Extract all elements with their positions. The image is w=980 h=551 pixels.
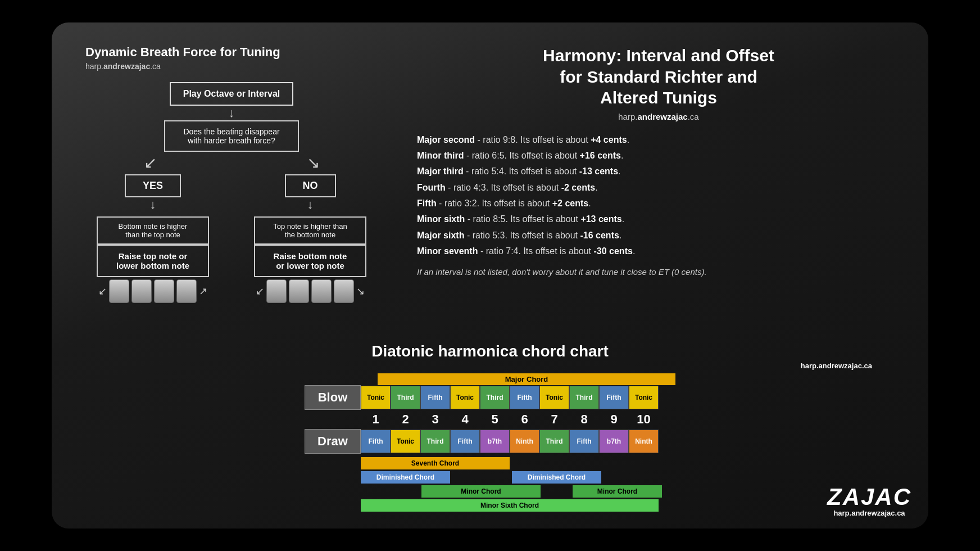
main-container: Dynamic Breath Force for Tuning harp.and… bbox=[52, 22, 928, 529]
minor-sixth-row: Minor Sixth Chord bbox=[361, 499, 675, 512]
harp-key-1 bbox=[109, 279, 129, 303]
harp-key-5 bbox=[266, 279, 287, 303]
num-8: 8 bbox=[569, 410, 599, 429]
yes-branch: ↙ YES ↓ Bottom note is higherthan the to… bbox=[97, 152, 209, 303]
right-url-end: .ca bbox=[688, 112, 699, 121]
num-4: 4 bbox=[450, 410, 480, 429]
right-url-bold: andrewzajac bbox=[637, 112, 687, 121]
draw-cell-1: Fifth bbox=[361, 430, 391, 453]
seventh-chord-row: Seventh Chord bbox=[361, 457, 675, 469]
no-label: NO bbox=[285, 174, 336, 197]
minor-chord-bar-2: Minor Chord bbox=[573, 485, 662, 498]
blow-cell-6: Fifth bbox=[510, 386, 539, 409]
harp-key-8 bbox=[334, 279, 354, 303]
yes-result: Bottom note is higherthan the top note bbox=[97, 216, 209, 245]
chord-table-wrapper: Major Chord Blow Tonic Third Fifth Tonic… bbox=[305, 373, 675, 512]
blow-cell-10: Tonic bbox=[629, 386, 659, 409]
cc-url-bold: andrewzajac bbox=[819, 362, 862, 370]
yes-harp-arrow-right: ↗ bbox=[199, 285, 207, 297]
interval-minor-seventh: Minor seventh - ratio 7:4. Its offset is… bbox=[417, 245, 900, 258]
no-down-arrow: ↓ bbox=[307, 197, 314, 212]
no-branch: ↘ NO ↓ Top note is higher thanthe bottom… bbox=[254, 152, 366, 303]
left-title: Dynamic Breath Force for Tuning bbox=[74, 45, 280, 60]
harp-key-6 bbox=[289, 279, 309, 303]
yes-harp-arrow-left: ↙ bbox=[98, 285, 107, 297]
draw-cell-3: Third bbox=[420, 430, 450, 453]
interval-minor-sixth: Minor sixth - ratio 8:5. Its offset is a… bbox=[417, 213, 900, 225]
harp-key-3 bbox=[154, 279, 174, 303]
chord-bars: Seventh Chord Diminished Chord Diminishe… bbox=[361, 457, 675, 512]
minor-sixth-chord-bar: Minor Sixth Chord bbox=[361, 499, 659, 512]
draw-label: Draw bbox=[305, 429, 361, 454]
bottom-section: Diatonic harmonica chord chart harp.andr… bbox=[74, 342, 906, 512]
right-panel: Harmony: Interval and Offsetfor Standard… bbox=[400, 39, 906, 333]
no-result: Top note is higher thanthe bottom note bbox=[254, 216, 366, 245]
cc-url-normal: harp. bbox=[801, 362, 819, 370]
blow-label: Blow bbox=[305, 385, 361, 410]
draw-cell-2: Tonic bbox=[391, 430, 420, 453]
draw-cell-7: Third bbox=[539, 430, 569, 453]
right-title: Harmony: Interval and Offsetfor Standard… bbox=[411, 45, 906, 109]
no-arrow: ↘ bbox=[307, 152, 320, 174]
blow-row: Blow Tonic Third Fifth Tonic Third Fifth… bbox=[305, 385, 675, 410]
top-section: Dynamic Breath Force for Tuning harp.and… bbox=[74, 39, 906, 333]
blow-cell-4: Tonic bbox=[450, 386, 480, 409]
no-harmonica: ↙ ↘ bbox=[254, 279, 366, 303]
left-subtitle: harp.andrewzajac.ca bbox=[74, 62, 161, 71]
start-box: Play Octave or Interval bbox=[170, 82, 293, 106]
blow-cell-1: Tonic bbox=[361, 386, 391, 409]
draw-cell-8: Fifth bbox=[569, 430, 599, 453]
diminished-chord-bar-2: Diminished Chord bbox=[512, 471, 601, 484]
spacer-2 bbox=[361, 485, 420, 498]
right-subtitle: harp.andrewzajac.ca bbox=[411, 112, 906, 121]
zajac-url: harp.andrewzajac.ca bbox=[827, 509, 911, 517]
blow-cell-9: Fifth bbox=[599, 386, 629, 409]
harp-key-4 bbox=[176, 279, 197, 303]
yes-harmonica: ↙ ↗ bbox=[97, 279, 209, 303]
harp-key-2 bbox=[131, 279, 152, 303]
blow-cell-8: Third bbox=[569, 386, 599, 409]
chord-chart-title: Diatonic harmonica chord chart bbox=[74, 342, 906, 360]
num-6: 6 bbox=[510, 410, 539, 429]
cc-url-end: .ca bbox=[862, 362, 872, 370]
num-5: 5 bbox=[480, 410, 510, 429]
interval-fourth: Fourth - ratio 4:3. Its offset is about … bbox=[417, 182, 900, 194]
zajac-url-bold: andrewzajac bbox=[851, 509, 895, 517]
diminished-chord-bar-1: Diminished Chord bbox=[361, 471, 450, 484]
spacer-1 bbox=[451, 471, 511, 484]
num-9: 9 bbox=[599, 410, 629, 429]
num-10: 10 bbox=[629, 410, 659, 429]
num-2: 2 bbox=[391, 410, 420, 429]
no-harp-arrow-left: ↙ bbox=[256, 285, 264, 297]
yes-down-arrow: ↓ bbox=[150, 197, 156, 212]
draw-cell-6: Ninth bbox=[510, 430, 539, 453]
right-url-normal: harp. bbox=[618, 112, 637, 121]
zajac-text: ZAJAC bbox=[827, 485, 911, 509]
num-3: 3 bbox=[420, 410, 450, 429]
arrow-down-1: ↓ bbox=[229, 106, 235, 120]
blow-cell-7: Tonic bbox=[539, 386, 569, 409]
draw-cell-9: b7th bbox=[599, 430, 629, 453]
minor-chord-bar-1: Minor Chord bbox=[421, 485, 541, 498]
question-box: Does the beating disappear with harder b… bbox=[164, 120, 299, 152]
draw-row: Draw Fifth Tonic Third Fifth b7th Ninth … bbox=[305, 429, 675, 454]
flowchart: Play Octave or Interval ↓ Does the beati… bbox=[74, 82, 389, 303]
yes-arrow: ↙ bbox=[144, 152, 157, 174]
interval-minor-third: Minor third - ratio 6:5. Its offset is a… bbox=[417, 150, 900, 162]
spacer-3 bbox=[542, 485, 571, 498]
seventh-chord-bar: Seventh Chord bbox=[361, 457, 510, 469]
num-1: 1 bbox=[361, 410, 391, 429]
blow-cell-3: Fifth bbox=[420, 386, 450, 409]
interval-list: Major second - ratio 9:8. Its offset is … bbox=[411, 134, 906, 258]
zajac-url-normal: harp. bbox=[833, 509, 851, 517]
italic-note: If an interval is not listed, don't worr… bbox=[411, 266, 906, 279]
no-harp-arrow-right: ↘ bbox=[356, 285, 365, 297]
zajac-url-end: .ca bbox=[895, 509, 905, 517]
draw-cell-10: Ninth bbox=[629, 430, 659, 453]
diminished-row: Diminished Chord Diminished Chord bbox=[361, 471, 675, 484]
minor-chord-row: Minor Chord Minor Chord bbox=[361, 485, 675, 498]
interval-fifth: Fifth - ratio 3:2. Its offset is about +… bbox=[417, 197, 900, 210]
draw-cells: Fifth Tonic Third Fifth b7th Ninth Third… bbox=[361, 430, 659, 453]
harp-key-7 bbox=[311, 279, 332, 303]
interval-major-second: Major second - ratio 9:8. Its offset is … bbox=[417, 134, 900, 146]
